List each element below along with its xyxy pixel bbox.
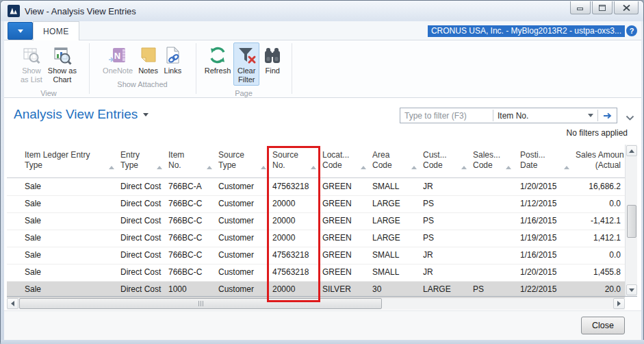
filter-field-label: Item No. — [498, 111, 588, 121]
show-as-list-icon — [22, 45, 41, 66]
button-label: Filter — [238, 75, 255, 84]
cell-source-no: 20000 — [272, 213, 322, 230]
cell-sales-code — [473, 265, 517, 281]
cell-entry-type: Direct Cost — [120, 213, 168, 230]
cell-area-code: LARGE — [372, 196, 423, 212]
application-menu-button[interactable] — [8, 22, 33, 40]
expand-filter-pane-button[interactable] — [626, 112, 634, 124]
tab-bar: HOME CRONUS USA, Inc. - MyBlog2013R2 - u… — [4, 21, 641, 40]
cell-source-no: 47563218 — [272, 179, 322, 195]
table-row[interactable]: Sale Direct Cost 766BC-C Customer 20000 … — [7, 196, 625, 213]
arrow-left-icon — [11, 301, 14, 306]
col-header-source-no[interactable]: Source No. — [272, 150, 322, 177]
cell-item-no: 766BC-A — [168, 179, 218, 195]
refresh-button[interactable]: Refresh — [202, 42, 234, 77]
col-header-item-ledger-entry-type[interactable]: Item Ledger Entry Type — [7, 150, 120, 177]
table-bottom-border — [7, 296, 637, 297]
cell-item-ledger-entry-type: Sale — [7, 196, 120, 212]
ribbon: Show as List Show as Chart View N — [4, 40, 641, 98]
ribbon-group-show-attached: N OneNote Notes Links — [91, 42, 194, 88]
cell-location-code: GREEN — [322, 179, 372, 195]
cell-cust-code: PS — [423, 213, 473, 230]
col-header-item-no[interactable]: Item No. — [168, 150, 218, 177]
sort-ascending-icon — [506, 166, 511, 169]
minimize-icon — [577, 5, 584, 11]
apply-filter-button[interactable] — [598, 112, 617, 119]
help-icon[interactable]: ? — [626, 25, 637, 36]
show-as-chart-button[interactable]: Show as Chart — [45, 42, 79, 86]
cell-sales-amount-actual: 0.0 — [576, 196, 625, 212]
sort-ascending-icon — [564, 166, 569, 169]
sort-ascending-icon — [157, 166, 162, 169]
close-window-button[interactable] — [614, 1, 639, 14]
col-header-location-code[interactable]: Locat... Code — [322, 150, 372, 177]
cell-posting-date: 1/20/2015 — [517, 179, 576, 195]
cell-location-code: GREEN — [322, 196, 372, 212]
links-button[interactable]: Links — [161, 42, 185, 77]
cell-sales-code — [473, 213, 517, 230]
cell-entry-type: Direct Cost — [120, 247, 168, 264]
close-button[interactable]: Close — [581, 317, 625, 334]
vertical-scrollbar-thumb[interactable] — [627, 205, 636, 238]
cell-sales-amount-actual: 0.0 — [576, 247, 625, 264]
col-header-posting-date[interactable]: Posti... Date — [517, 150, 576, 177]
scroll-up-button[interactable] — [626, 145, 637, 156]
cell-source-no: 47563218 — [272, 265, 322, 281]
cell-item-no: 766BC-C — [168, 247, 218, 264]
horizontal-scrollbar[interactable] — [7, 298, 625, 310]
table-row[interactable]: Sale Direct Cost 766BC-C Customer 475632… — [7, 247, 625, 265]
col-header-cust-code[interactable]: Cust... Code — [423, 150, 473, 177]
cell-sales-amount-actual: 16,686.2 — [576, 179, 625, 195]
find-button[interactable]: Find — [259, 42, 285, 77]
cell-source-no: 20000 — [272, 196, 322, 212]
cell-sales-amount-actual: -1,412.1 — [576, 213, 625, 230]
cell-source-type: Customer — [218, 247, 272, 264]
ribbon-group-label-view: View — [11, 89, 86, 97]
cell-source-no: 47563218 — [272, 247, 322, 264]
table-row[interactable]: Sale Direct Cost 766BC-A Customer 475632… — [7, 179, 625, 196]
page-title[interactable]: Analysis View Entries — [14, 107, 149, 122]
filter-field-dropdown[interactable]: Item No. — [493, 111, 597, 121]
onenote-icon: N — [108, 45, 127, 66]
cell-entry-type: Direct Cost — [120, 196, 168, 212]
table-row[interactable]: Sale Direct Cost 766BC-C Customer 20000 … — [7, 230, 625, 247]
cell-location-code: GREEN — [322, 247, 372, 264]
table-row[interactable]: Sale Direct Cost 766BC-C Customer 20000 … — [7, 213, 625, 230]
col-header-entry-type[interactable]: Entry Type — [120, 150, 168, 177]
cell-area-code: SMALL — [372, 265, 423, 281]
col-header-source-type[interactable]: Source Type — [218, 150, 272, 177]
scroll-right-button[interactable] — [613, 298, 625, 309]
filter-box: Item No. — [400, 108, 617, 123]
scroll-left-button[interactable] — [7, 298, 18, 309]
cell-source-type: Customer — [218, 196, 272, 212]
window-title: View - Analysis View Entries — [25, 6, 136, 16]
minimize-button[interactable] — [570, 1, 591, 14]
clear-filter-button[interactable]: Clear Filter — [233, 42, 259, 86]
tab-home-label: HOME — [43, 27, 69, 36]
maximize-button[interactable] — [592, 1, 613, 14]
cell-area-code: LARGE — [372, 230, 423, 247]
col-header-sales-code[interactable]: Sales... Code — [473, 150, 517, 177]
sort-ascending-icon — [261, 166, 266, 169]
cell-source-type: Customer — [218, 230, 272, 247]
cell-sales-code — [473, 247, 517, 264]
horizontal-scrollbar-thumb[interactable] — [19, 298, 382, 309]
button-label: Chart — [53, 75, 71, 84]
company-indicator: CRONUS USA, Inc. - MyBlog2013R2 - ustpa-… — [428, 25, 625, 37]
filter-input[interactable] — [400, 111, 493, 121]
chevron-down-icon — [588, 114, 593, 117]
ribbon-group-label-page: Page — [198, 89, 289, 97]
button-label: Notes — [138, 66, 158, 75]
close-icon — [623, 5, 630, 11]
table-row[interactable]: Sale Direct Cost 766BC-C Customer 475632… — [7, 265, 625, 282]
col-header-area-code[interactable]: Area Code — [372, 150, 423, 177]
refresh-icon — [207, 45, 228, 66]
vertical-scrollbar[interactable] — [625, 145, 637, 296]
links-icon — [164, 45, 182, 66]
table-header: Item Ledger Entry Type Entry Type Item N… — [7, 145, 625, 178]
cell-posting-date: 1/16/2015 — [517, 213, 576, 230]
col-header-sales-amount-actual[interactable]: Sales Amoun (Actual — [576, 150, 625, 177]
notes-button[interactable]: Notes — [136, 42, 161, 77]
tab-home[interactable]: HOME — [33, 21, 79, 40]
scroll-down-button[interactable] — [626, 284, 637, 295]
